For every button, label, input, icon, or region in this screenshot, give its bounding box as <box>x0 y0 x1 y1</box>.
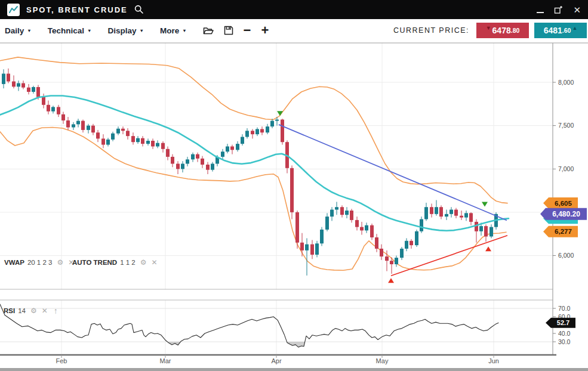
menu-daily[interactable]: Daily ▼ <box>5 26 32 35</box>
svg-text:Apr: Apr <box>271 357 281 364</box>
svg-text:40.0: 40.0 <box>558 330 571 337</box>
bid-price-decimals: .80 <box>511 27 520 34</box>
svg-text:7,500: 7,500 <box>558 122 574 129</box>
candles-layer <box>2 69 498 276</box>
current-price-label: CURRENT PRICE: <box>393 26 469 35</box>
svg-text:6,605: 6,605 <box>555 200 572 207</box>
minus-icon: − <box>244 24 251 36</box>
svg-text:6,277: 6,277 <box>555 228 572 235</box>
chevron-down-icon: ▼ <box>182 28 186 33</box>
current-price-section: CURRENT PRICE: ▼ 6478 .80 6481 .60 ▲ <box>393 23 587 38</box>
time-axis: FebMarAprMayJun <box>56 355 499 364</box>
svg-text:Jun: Jun <box>488 357 499 364</box>
rsi-legend-label: RSI <box>4 307 15 314</box>
plus-icon: + <box>261 24 269 36</box>
arrow-down-icon: ▼ <box>486 26 491 31</box>
grid-layer <box>0 43 553 355</box>
ask-price: 6481 <box>544 26 562 35</box>
auto-trend-legend-params: 1 1 2 <box>120 259 136 266</box>
titlebar: SPOT, BRENT CRUDE ✕ <box>0 0 588 19</box>
svg-text:6,000: 6,000 <box>558 252 574 259</box>
popout-button[interactable] <box>554 0 563 19</box>
menu-technical[interactable]: Technical ▼ <box>48 26 92 35</box>
svg-text:8,000: 8,000 <box>558 79 574 86</box>
svg-text:7,000: 7,000 <box>558 165 574 172</box>
chevron-down-icon: ▼ <box>87 28 91 33</box>
minimize-button[interactable] <box>537 0 544 19</box>
app-window: 8,0007,5007,0006,5006,00070.060.050.040.… <box>0 0 588 371</box>
bottom-edge-strip <box>0 368 588 371</box>
toolbar: Daily ▼ Technical ▼ Display ▼ More ▼ <box>0 19 588 42</box>
panel-borders <box>0 43 588 371</box>
window-title: SPOT, BRENT CRUDE <box>26 5 128 14</box>
bid-badge: ▼ 6478 .80 <box>476 23 529 38</box>
bid-price: 6478 <box>492 26 511 35</box>
menu-display[interactable]: Display ▼ <box>107 26 143 35</box>
rsi-legend-params: 14 <box>18 307 26 314</box>
settings-gear-icon[interactable]: ⚙ <box>140 259 147 266</box>
expand-arrow-up-icon[interactable]: ↑ <box>54 307 58 315</box>
remove-indicator-icon[interactable]: ✕ <box>42 307 48 314</box>
rsi-legend: RSI 14 ⚙ ✕ ↑ <box>4 307 58 315</box>
svg-text:Mar: Mar <box>160 357 171 364</box>
search-icon[interactable] <box>134 5 144 14</box>
svg-text:70.0: 70.0 <box>558 305 571 312</box>
ask-badge: 6481 .60 ▲ <box>534 23 587 38</box>
vwap-legend-label: VWAP <box>4 259 24 266</box>
close-icon: ✕ <box>573 5 581 14</box>
menu-more-label: More <box>160 26 179 35</box>
popout-icon <box>554 5 563 14</box>
menu-daily-label: Daily <box>5 26 24 35</box>
arrow-up-icon: ▲ <box>572 26 577 31</box>
remove-indicator-icon[interactable]: ✕ <box>152 259 158 266</box>
auto-trend-legend-label: AUTO TREND <box>72 259 117 266</box>
bollinger-bands <box>0 57 507 270</box>
save-icon <box>224 26 233 35</box>
zoom-in-button[interactable]: + <box>261 24 269 36</box>
settings-gear-icon[interactable]: ⚙ <box>57 259 63 266</box>
svg-text:30.0: 30.0 <box>558 338 571 345</box>
auto-trend-legend: AUTO TREND 1 1 2 ⚙ ✕ <box>72 259 158 266</box>
menu-more[interactable]: More ▼ <box>160 26 187 35</box>
vwap-legend-params: 20 1 2 3 <box>27 259 53 266</box>
minimize-icon <box>537 12 544 13</box>
open-file-button[interactable] <box>203 26 214 35</box>
save-button[interactable] <box>224 26 233 35</box>
chevron-down-icon: ▼ <box>139 28 143 33</box>
svg-text:Feb: Feb <box>56 357 67 364</box>
close-button[interactable]: ✕ <box>573 0 581 19</box>
app-logo-icon <box>7 4 20 16</box>
rsi-indicator <box>0 304 498 347</box>
vwap-legend: VWAP 20 1 2 3 ⚙ ✕ <box>4 259 74 266</box>
open-folder-icon <box>203 26 214 35</box>
ask-price-decimals: .60 <box>562 27 571 34</box>
menu-display-label: Display <box>107 26 136 35</box>
svg-text:6,480.20: 6,480.20 <box>552 210 580 218</box>
settings-gear-icon[interactable]: ⚙ <box>30 307 37 314</box>
menu-technical-label: Technical <box>48 26 84 35</box>
svg-text:May: May <box>376 357 389 364</box>
svg-text:52.7: 52.7 <box>557 319 569 326</box>
zoom-out-button[interactable]: − <box>244 24 251 36</box>
chart-canvas[interactable]: 8,0007,5007,0006,5006,00070.060.050.040.… <box>0 0 588 371</box>
chevron-down-icon: ▼ <box>27 28 31 33</box>
